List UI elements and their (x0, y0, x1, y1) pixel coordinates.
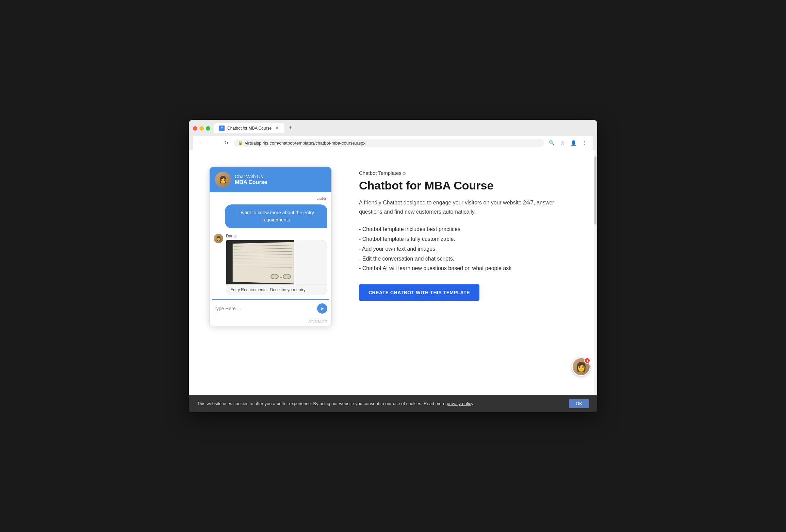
book-line (234, 257, 292, 258)
book-line (234, 264, 292, 264)
book-line (234, 261, 292, 261)
book-line (234, 245, 292, 247)
chat-widget: 👩 Chat With Us MBA Course visitor: I wan… (209, 167, 332, 326)
visitor-label: visitor: (214, 196, 327, 200)
feature-item: - Chatbot template is fully customizable… (359, 234, 573, 244)
forward-button[interactable]: → (209, 138, 219, 148)
send-message-button[interactable]: ➤ (317, 303, 327, 314)
feature-item: - Add your own text and images. (359, 244, 573, 254)
agent-image-bubble: Entry Requirements - Describe your entry (226, 240, 327, 295)
scrollbar[interactable] (594, 150, 597, 395)
feature-item: - Edit the conversation and chat scripts… (359, 254, 573, 264)
breadcrumb: Chatbot Templates » (359, 170, 573, 176)
chat-agent-avatar: 👩 (215, 172, 231, 187)
agent-mini-avatar: 👩 (214, 234, 223, 243)
chat-course-name-label: MBA Course (235, 179, 267, 185)
browser-chrome: C Chatbot for MBA Course × + ← → ↻ 🔒 vir… (189, 120, 597, 150)
page-content: 👩 Chat With Us MBA Course visitor: I wan… (189, 150, 594, 395)
virtualspirits-branding: virtualspirits (210, 317, 331, 326)
chat-input-area[interactable]: ➤ (210, 300, 331, 317)
cookie-text: This website uses cookies to offer you a… (197, 401, 563, 406)
menu-button[interactable]: ⋮ (579, 138, 589, 148)
agent-response-row: 👩 Dana: (214, 234, 327, 295)
book-line (234, 251, 292, 252)
book-line (234, 267, 292, 268)
fullscreen-traffic-light[interactable] (206, 126, 210, 131)
agent-content: Dana: (226, 234, 327, 295)
page-title: Chatbot for MBA Course (359, 179, 573, 193)
glass-lens-left (271, 274, 279, 279)
back-button[interactable]: ← (197, 138, 207, 148)
lock-icon: 🔒 (238, 140, 243, 145)
privacy-policy-link[interactable]: privacy policy (447, 401, 473, 406)
minimize-traffic-light[interactable] (199, 126, 204, 131)
feature-item: - Chatbot template includes best practic… (359, 225, 573, 234)
page-description: A friendly Chatbot designed to engage yo… (359, 198, 573, 216)
glass-bridge (280, 277, 282, 278)
browser-window: C Chatbot for MBA Course × + ← → ↻ 🔒 vir… (189, 120, 597, 412)
book-line (234, 254, 292, 255)
tab-title: Chatbot for MBA Course (227, 126, 272, 131)
reload-button[interactable]: ↻ (222, 138, 231, 148)
address-bar[interactable]: 🔒 virtualspirits.com/chatbot-templates/c… (234, 139, 544, 147)
glass-lens-right (283, 274, 291, 279)
book-line (234, 248, 292, 249)
url-text: virtualspirits.com/chatbot-templates/cha… (245, 140, 540, 146)
chat-messages: visitor: I want to know more about the e… (210, 192, 331, 299)
cookie-bar: This website uses cookies to offer you a… (189, 395, 597, 412)
account-button[interactable]: 👤 (569, 138, 578, 148)
cookie-ok-button[interactable]: OK (569, 399, 589, 408)
title-bar: C Chatbot for MBA Course × + (193, 123, 593, 133)
floating-chat-widget[interactable]: 👩 1 (572, 358, 590, 376)
create-chatbot-button[interactable]: CREATE CHATBOT WITH THIS TEMPLATE (359, 284, 479, 301)
agent-name-label: Dana: (226, 234, 327, 238)
notification-badge: 1 (584, 358, 590, 364)
browser-body: 👩 Chat With Us MBA Course visitor: I wan… (189, 150, 597, 395)
visitor-message-bubble: I want to know more about the entry requ… (225, 204, 327, 228)
browser-tabs: C Chatbot for MBA Course × + (214, 123, 593, 133)
close-traffic-light[interactable] (193, 126, 197, 131)
book-image (226, 240, 294, 284)
right-content: Chatbot Templates » Chatbot for MBA Cour… (359, 167, 573, 301)
chat-with-us-label: Chat With Us (235, 174, 267, 179)
active-tab[interactable]: C Chatbot for MBA Course × (214, 123, 284, 133)
scrollbar-thumb (594, 156, 596, 225)
new-tab-button[interactable]: + (286, 123, 295, 133)
bookmark-button[interactable]: ☆ (558, 138, 567, 148)
glasses-icon (271, 274, 291, 279)
floating-avatar: 👩 1 (572, 358, 590, 376)
search-button[interactable]: 🔍 (547, 138, 556, 148)
entry-req-label: Entry Requirements - Describe your entry (226, 284, 327, 295)
traffic-lights (193, 126, 210, 131)
chat-header: 👩 Chat With Us MBA Course (210, 167, 331, 192)
chat-header-text: Chat With Us MBA Course (235, 174, 267, 185)
chat-input-field[interactable] (214, 306, 314, 311)
cookie-message: This website uses cookies to offer you a… (197, 401, 445, 406)
features-list: - Chatbot template includes best practic… (359, 225, 573, 273)
toolbar-right: 🔍 ☆ 👤 ⋮ (547, 138, 589, 148)
browser-toolbar: ← → ↻ 🔒 virtualspirits.com/chatbot-templ… (193, 136, 593, 150)
avatar-image: 👩 (215, 172, 231, 187)
feature-item: - Chatbot AI will learn new questions ba… (359, 264, 573, 273)
tab-close-button[interactable]: × (274, 126, 280, 131)
notification-count: 1 (586, 359, 588, 362)
tab-favicon: C (219, 126, 225, 131)
